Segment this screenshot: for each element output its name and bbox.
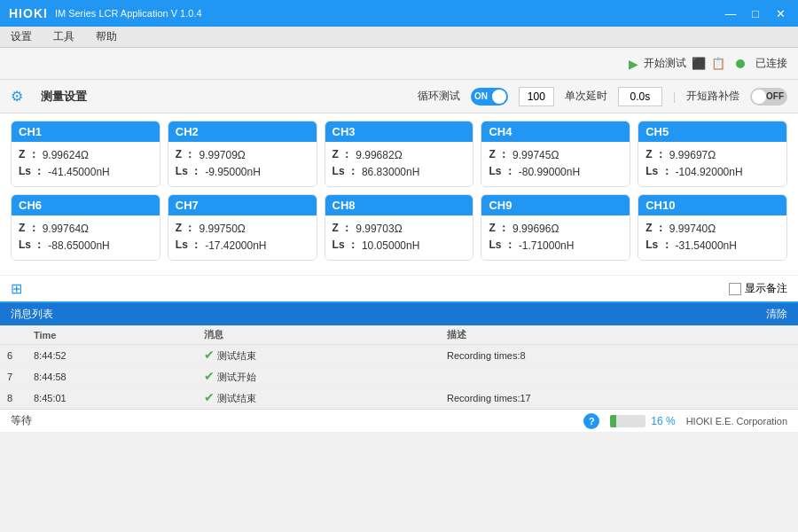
status-ok-icon: ✔: [204, 390, 215, 404]
app-title: IM Series LCR Application V 1.0.4: [55, 8, 202, 19]
record-icon[interactable]: 📋: [711, 57, 725, 70]
main-content: CH1 Z ： 9.99624Ω Ls ： -41.45000nH CH2 Z …: [0, 113, 798, 275]
ls-value: -88.65000nH: [48, 239, 109, 252]
company-label: HIOKI E.E. Corporation: [686, 416, 787, 426]
ls-row-ch3: Ls ： 86.83000nH: [332, 164, 466, 179]
z-label: Z ：: [489, 147, 509, 162]
channel-header-ch1: CH1: [12, 121, 160, 142]
z-label: Z ：: [19, 221, 39, 236]
progress-percent: 16 %: [651, 415, 675, 427]
stop-icon[interactable]: ⬛: [692, 57, 706, 70]
row-message: ✔ 测试结束: [197, 387, 440, 409]
z-value: 9.99750Ω: [199, 223, 245, 235]
z-label: Z ：: [645, 147, 666, 162]
ls-row-ch1: Ls ： -41.45000nH: [19, 164, 153, 179]
channel-header-ch10: CH10: [638, 195, 786, 215]
channel-header-ch9: CH9: [481, 195, 630, 215]
single-delay-label: 单次延时: [565, 89, 607, 104]
app-logo: HIOKI: [9, 6, 48, 20]
row-index: 8: [0, 387, 27, 409]
channel-card-ch1: CH1 Z ： 9.99624Ω Ls ： -41.45000nH: [11, 121, 160, 187]
titlebar: HIOKI IM Series LCR Application V 1.0.4 …: [0, 0, 798, 27]
z-row-ch1: Z ： 9.99624Ω: [19, 147, 153, 162]
help-icon[interactable]: ?: [583, 413, 599, 429]
channel-body-ch2: Z ： 9.99709Ω Ls ： -9.95000nH: [168, 142, 317, 186]
channel-header-ch3: CH3: [325, 121, 473, 142]
ls-row-ch10: Ls ： -31.54000nH: [645, 238, 779, 253]
settings-bar: ⚙ 测量设置 循环测试 ON 单次延时 | 开短路补偿 OFF: [0, 80, 798, 113]
minimize-button[interactable]: —: [722, 4, 739, 22]
z-row-ch6: Z ： 9.99764Ω: [19, 221, 153, 236]
ls-value: -31.54000nH: [676, 239, 737, 252]
separator: |: [673, 90, 676, 103]
row-description: [440, 366, 798, 387]
ls-row-ch6: Ls ： -88.65000nH: [19, 238, 153, 253]
clear-button[interactable]: 清除: [766, 307, 787, 322]
titlebar-controls: — □ ✕: [722, 4, 789, 22]
z-value: 9.99703Ω: [356, 223, 402, 235]
channel-card-ch2: CH2 Z ： 9.99709Ω Ls ： -9.95000nH: [168, 121, 317, 187]
count-input[interactable]: [519, 87, 554, 106]
z-value: 9.99696Ω: [512, 223, 559, 235]
menu-help[interactable]: 帮助: [92, 27, 121, 46]
connected-dot: [736, 59, 745, 68]
display-notes-label: 显示备注: [745, 281, 787, 296]
progress-area: 16 %: [610, 415, 675, 427]
z-label: Z ：: [176, 221, 196, 236]
ls-label: Ls ：: [176, 238, 201, 253]
settings-right: 循环测试 ON 单次延时 | 开短路补偿 OFF: [418, 87, 787, 106]
z-row-ch10: Z ： 9.99740Ω: [645, 221, 779, 236]
channel-card-ch8: CH8 Z ： 9.99703Ω Ls ： 10.05000nH: [325, 194, 474, 261]
channel-body-ch5: Z ： 9.99697Ω Ls ： -104.92000nH: [638, 142, 786, 186]
status-label: 等待: [11, 413, 32, 428]
loop-test-label: 循环测试: [418, 89, 460, 104]
gear-icon: ⚙: [11, 88, 23, 105]
row-message: ✔ 测试开始: [197, 366, 440, 387]
ls-row-ch8: Ls ： 10.05000nH: [332, 238, 466, 253]
row-index: 7: [0, 366, 27, 387]
ls-label: Ls ：: [332, 164, 358, 179]
message-section: 消息列表 清除 Time 消息 描述 6 8:44:52 ✔ 测试结束 Reco…: [0, 301, 798, 409]
z-value: 9.99740Ω: [669, 223, 716, 235]
channel-header-ch4: CH4: [481, 121, 630, 142]
z-row-ch8: Z ： 9.99703Ω: [332, 221, 466, 236]
ls-value: -104.92000nH: [676, 166, 743, 178]
row-message: ✔ 测试结束: [197, 345, 440, 366]
z-value: 9.99624Ω: [43, 149, 89, 161]
message-header: 消息列表 清除: [0, 303, 798, 325]
message-table: Time 消息 描述 6 8:44:52 ✔ 测试结束 Recording ti…: [0, 325, 798, 409]
z-label: Z ：: [19, 147, 39, 162]
maximize-button[interactable]: □: [747, 4, 764, 22]
toggle-on-text: ON: [474, 91, 488, 101]
z-row-ch2: Z ： 9.99709Ω: [176, 147, 309, 162]
channel-header-ch6: CH6: [12, 195, 160, 215]
menu-tools[interactable]: 工具: [50, 27, 78, 46]
menu-settings[interactable]: 设置: [7, 27, 35, 46]
progress-bar-fill: [610, 415, 615, 427]
ls-label: Ls ：: [489, 164, 514, 179]
table-row: 7 8:44:58 ✔ 测试开始: [0, 366, 798, 387]
channel-grid-row1: CH1 Z ： 9.99624Ω Ls ： -41.45000nH CH2 Z …: [11, 121, 787, 187]
start-test-button[interactable]: 开始测试: [644, 56, 686, 71]
ls-row-ch5: Ls ： -104.92000nH: [645, 164, 779, 179]
channel-card-ch9: CH9 Z ： 9.99696Ω Ls ： -1.71000nH: [481, 194, 630, 261]
table-row: 8 8:45:01 ✔ 测试结束 Recording times:17: [0, 387, 798, 409]
display-notes-checkbox[interactable]: [729, 283, 741, 295]
ls-value: 86.83000nH: [362, 166, 419, 178]
ls-value: 10.05000nH: [362, 239, 419, 252]
channel-body-ch6: Z ： 9.99764Ω Ls ： -88.65000nH: [12, 215, 160, 260]
row-description: Recording times:8: [440, 345, 798, 366]
channel-card-ch7: CH7 Z ： 9.99750Ω Ls ： -17.42000nH: [168, 194, 317, 261]
close-button[interactable]: ✕: [771, 4, 789, 22]
z-row-ch9: Z ： 9.99696Ω: [489, 221, 622, 236]
row-time: 8:45:01: [27, 387, 197, 409]
ls-row-ch2: Ls ： -9.95000nH: [176, 164, 309, 179]
short-circuit-toggle[interactable]: OFF: [750, 88, 787, 106]
ls-value: -17.42000nH: [205, 239, 266, 252]
ls-row-ch9: Ls ： -1.71000nH: [489, 238, 622, 253]
col-time-header: Time: [27, 325, 197, 345]
delay-input[interactable]: [618, 87, 662, 106]
grid-view-icon[interactable]: ⊞: [11, 280, 22, 297]
ls-value: -41.45000nH: [48, 166, 109, 178]
loop-test-toggle[interactable]: ON: [471, 88, 508, 106]
